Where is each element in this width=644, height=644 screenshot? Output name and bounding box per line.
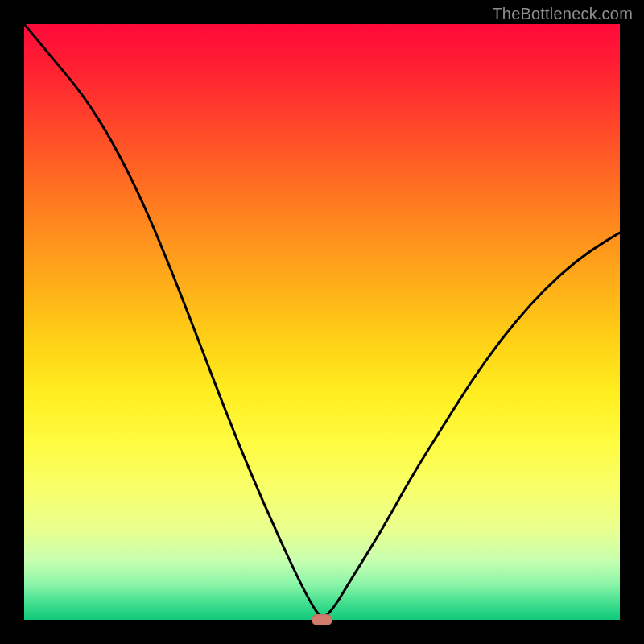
watermark-text: TheBottleneck.com — [492, 5, 633, 23]
bottleneck-curve — [24, 24, 620, 620]
plot-area — [24, 24, 620, 620]
chart-frame: TheBottleneck.com — [0, 0, 644, 644]
optimal-marker — [312, 614, 332, 625]
